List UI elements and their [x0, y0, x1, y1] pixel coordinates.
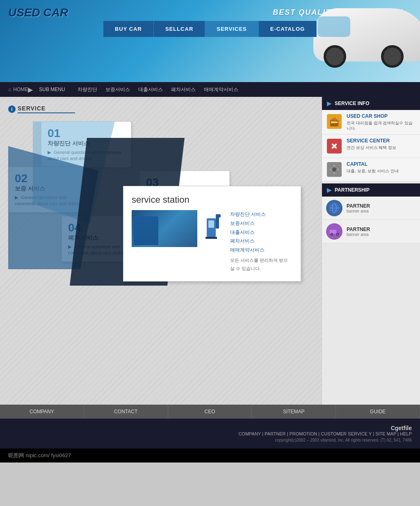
sidebar-used-car-shop[interactable]: USED CAR SHOP 전국 대리점을 쉽게 검색하실수 있습니다.: [322, 110, 420, 135]
service-station-box: service station: [123, 186, 301, 282]
service-underline: [18, 112, 75, 113]
sub-nav-items: 차량진단 보증서비스 대출서비스 폐차서비스 매매계약서비스: [78, 86, 238, 93]
service-info-header: ▶ SERVICE INFO: [322, 97, 420, 110]
station-link-3[interactable]: 폐차서비스: [230, 237, 292, 246]
partner-sub-1: banner area: [347, 232, 416, 237]
sidebar-partnership: ▶ PARTNERSHIP PARTNER banner area: [322, 183, 420, 243]
partner-info-0: PARTNER banner area: [347, 203, 416, 213]
station-img-inner: [132, 210, 197, 247]
svg-rect-3: [216, 214, 221, 218]
sidebar-service-info: ▶ SERVICE INFO USED CAR S: [322, 97, 420, 181]
nav-services[interactable]: SERVICES: [205, 21, 259, 37]
globe-icon: [326, 200, 342, 216]
nav-buy-car[interactable]: BUY CAR: [103, 21, 154, 37]
gear-icon-shape: [327, 162, 342, 177]
svg-marker-7: [329, 117, 339, 121]
shapes-container: 01 차량진단 서비스 ▶ General questions and comm…: [8, 121, 313, 306]
truck-icon: [326, 223, 342, 240]
header: USED CAR BEST QUALITY BEST SERVICE BUY C…: [0, 0, 420, 82]
station-image: [132, 210, 197, 247]
submenu-label: SUB MENU: [39, 87, 65, 92]
svg-point-12: [332, 167, 336, 172]
svg-point-16: [330, 169, 331, 170]
home-link[interactable]: ⌂ HOME: [8, 87, 28, 92]
footer-ceo[interactable]: CEO: [168, 405, 252, 419]
nav-sell-car[interactable]: SELLCAR: [154, 21, 205, 37]
partner-item-0[interactable]: PARTNER banner area: [322, 197, 420, 220]
sidebar-capital[interactable]: CAPITAL 대출, 보증, 보험 서비스 안내: [322, 158, 420, 181]
svg-rect-2: [216, 216, 219, 229]
used-car-shop-info: USED CAR SHOP 전국 대리점을 쉽게 검색하실수 있습니다.: [347, 113, 416, 131]
nav-ecatalog[interactable]: E-CATALOG: [259, 21, 317, 37]
footer-link-row: COMPANY | PARTNER | PROMOTION | CUSTOMER…: [238, 431, 412, 436]
wrench-icon-shape: [327, 139, 342, 153]
shop-icon: [326, 113, 342, 130]
footer: Cgetfile COMPANY | PARTNER | PROMOTION |…: [0, 419, 420, 449]
capital-title: CAPITAL: [347, 161, 416, 167]
service-icon: i: [8, 105, 16, 113]
capital-desc: 대출, 보증, 보험 서비스 안내: [347, 168, 416, 174]
partner-info-1: PARTNER banner area: [347, 227, 416, 237]
svg-point-14: [333, 165, 335, 167]
sidebar-arrow-icon: ▶: [327, 100, 331, 107]
station-link-1[interactable]: 보증서비스: [230, 219, 292, 228]
footer-company[interactable]: COMPANY: [0, 405, 84, 419]
footer-guide[interactable]: GUIDE: [336, 405, 420, 419]
home-label: HOME: [13, 87, 28, 92]
svg-rect-1: [208, 220, 214, 228]
station-link-4[interactable]: 매매계약서비스: [230, 246, 292, 255]
partnership-arrow-icon: ▶: [327, 187, 331, 193]
svg-rect-6: [331, 121, 338, 123]
service-title: SERVICE: [18, 105, 75, 112]
partner-sub-0: banner area: [347, 209, 416, 213]
subnav-item-3[interactable]: 폐차서비스: [171, 86, 196, 93]
svg-point-28: [337, 234, 338, 235]
service-info-label: SERVICE INFO: [335, 101, 369, 106]
shop-icon-shape: [327, 114, 342, 129]
main-wrapper: i SERVICE 01 차량진단 서비스 ▶ General question…: [0, 97, 420, 405]
footer-sitemap[interactable]: SITEMAP: [252, 405, 336, 419]
sub-nav: ⌂ HOME ▶ SUB MENU 차량진단 보증서비스 대출서비스 폐차서비스…: [0, 82, 420, 97]
service-section-label: i SERVICE: [8, 105, 313, 113]
nav-arrow: ▶: [28, 86, 33, 94]
service-center-info: SERVICE CENTER 연간 보상 서비스 혜택 정보: [347, 138, 416, 150]
partner-title-1: PARTNER: [347, 227, 416, 232]
svg-rect-4: [205, 237, 217, 239]
service-center-desc: 연간 보상 서비스 혜택 정보: [347, 145, 416, 150]
station-link-2[interactable]: 대출서비스: [230, 228, 292, 237]
subnav-item-0[interactable]: 차량진단: [78, 86, 97, 93]
bottom-bar: 昵图网 nipic.com/ fysi0627: [0, 449, 420, 462]
svg-rect-23: [330, 230, 336, 234]
subnav-item-1[interactable]: 보증서비스: [105, 86, 130, 93]
station-links: 차량진단 서비스 보증서비스 대출서비스 폐차서비스 매매계약서비스 모든 서비…: [230, 210, 292, 273]
used-car-shop-desc: 전국 대리점을 쉽게 검색하실수 있습니다.: [347, 120, 416, 131]
footer-copyright: copyright(c)2002 – 2003 vitamind, inc. A…: [238, 438, 412, 442]
service-center-title: SERVICE CENTER: [347, 138, 416, 144]
partnership-label: PARTNERSHIP: [335, 187, 370, 193]
used-car-shop-title: USED CAR SHOP: [347, 113, 416, 119]
svg-point-17: [337, 169, 339, 170]
partner-title-0: PARTNER: [347, 203, 416, 209]
station-title: service station: [132, 195, 292, 205]
station-link-0[interactable]: 차량진단 서비스: [230, 210, 292, 219]
gear-icon: [326, 161, 342, 178]
svg-point-26: [331, 234, 333, 235]
site-title: USED CAR: [8, 6, 68, 19]
wrench-icon: [326, 138, 342, 154]
content-area: i SERVICE 01 차량진단 서비스 ▶ General question…: [0, 97, 322, 405]
footer-brand: Cgetfile: [238, 425, 412, 431]
gas-pump-icon: [203, 210, 224, 245]
svg-point-15: [333, 172, 335, 174]
subnav-item-2[interactable]: 대출서비스: [138, 86, 163, 93]
watermark-text: 昵图网 nipic.com/ fysi0627: [8, 452, 71, 459]
partnership-header: ▶ PARTNERSHIP: [322, 183, 420, 197]
footer-links-area: Cgetfile COMPANY | PARTNER | PROMOTION |…: [238, 425, 412, 442]
partner-item-1[interactable]: PARTNER banner area: [322, 220, 420, 243]
capital-info: CAPITAL 대출, 보증, 보험 서비스 안내: [347, 161, 416, 174]
svg-rect-8: [333, 123, 336, 126]
subnav-item-4[interactable]: 매매계약서비스: [204, 86, 238, 93]
main-nav: BUY CAR SELLCAR SERVICES E-CATALOG: [0, 21, 420, 37]
sidebar-service-center[interactable]: SERVICE CENTER 연간 보상 서비스 혜택 정보: [322, 135, 420, 158]
footer-contact[interactable]: CONTACT: [84, 405, 168, 419]
station-desc: 모든 서비스를 편리하게 받으실 수 있습니다.: [230, 256, 292, 273]
